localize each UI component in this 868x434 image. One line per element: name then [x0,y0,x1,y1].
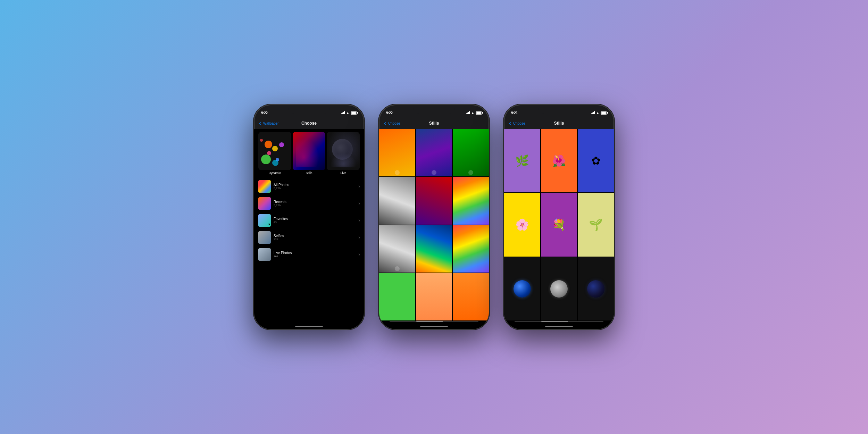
dark-mode-icon-6 [395,266,400,271]
flower-emoji-2: ✿ [591,154,601,167]
notch [288,105,330,114]
phone-stills-flowers: 9:21 ▲ Choose Stills 🌿 [503,104,615,330]
label-stills: Stills [293,170,326,177]
home-indicator-1 [254,323,364,329]
battery-icon [351,111,357,115]
nav-bar-1: Wallpaper Choose [254,117,364,129]
flower-cell-6[interactable] [504,257,540,320]
album-item-recents[interactable]: Recents 5,220 [254,195,364,212]
album-thumb-live [258,248,271,261]
flower-cell-5[interactable]: 🌱 [578,193,614,256]
album-item-favorites[interactable]: ♥ Favorites 43 [254,212,364,229]
wp-category-live[interactable]: Live [327,132,360,177]
flower-cell-7[interactable] [541,257,577,320]
nav-title-2: Stills [429,121,439,126]
stills-cell-6[interactable] [379,225,415,273]
battery-icon-2 [476,111,482,115]
stills-cell-8[interactable] [453,225,489,273]
album-name-recents: Recents [274,200,355,204]
time-1: 9:22 [261,111,268,115]
phone-choose: 9:22 ▲ Wallpaper Choose [253,104,365,330]
status-icons-3: ▲ [591,111,607,115]
back-button-1[interactable]: Wallpaper [260,122,279,125]
wifi-icon-2: ▲ [471,111,474,115]
album-list: All Photos 5,220 Recents 5,220 ♥ Favorit… [254,178,364,323]
album-name-selfies: Selfies [274,234,355,238]
album-name-live: Live Photos [274,251,355,255]
nav-title-3: Stills [554,121,564,126]
chevron-selfies [358,236,360,239]
wallpaper-preview-row: Dynamic Stills Live [254,129,364,178]
back-button-3[interactable]: Choose [510,122,525,125]
time-3: 9:21 [511,111,518,115]
chevron-all-photos [358,185,360,187]
stills-cell-10[interactable] [416,273,452,320]
flower-cell-4[interactable]: 💐 [541,193,577,256]
stills-cell-11[interactable] [453,273,489,320]
flower-grid: 🌿 🌺 ✿ 🌸 💐 [504,129,614,320]
scroll-indicator-3 [515,321,603,322]
wp-thumb-dynamic[interactable] [258,132,291,170]
flower-emoji-0: 🌿 [515,154,529,167]
album-count-favorites: 43 [274,221,355,224]
notch-3 [538,105,580,114]
album-count-recents: 5,220 [274,204,355,207]
status-icons-2: ▲ [466,111,482,115]
dark-mode-icon-0 [395,170,400,175]
nav-title-1: Choose [301,121,317,126]
album-thumb-all-photos [258,180,271,193]
wp-category-stills[interactable]: Stills [293,132,326,177]
back-arrow-1 [259,122,263,125]
chevron-favorites [358,219,360,222]
flower-cell-2[interactable]: ✿ [578,129,614,192]
stills-cell-9[interactable] [379,273,415,320]
stills-cell-4[interactable] [416,177,452,224]
time-2: 9:22 [386,111,393,115]
flower-emoji-3: 🌸 [515,218,529,231]
wp-thumb-stills[interactable] [293,132,326,170]
screen-3: 🌿 🌺 ✿ 🌸 💐 [504,129,614,323]
back-arrow-2 [384,122,388,125]
album-name-all-photos: All Photos [274,183,355,187]
flower-cell-8[interactable] [578,257,614,320]
chevron-recents [358,202,360,205]
earth-sphere [514,280,531,298]
stills-cell-1[interactable] [416,129,452,176]
battery-icon-3 [601,111,607,115]
album-thumb-selfies [258,231,271,244]
flower-cell-3[interactable]: 🌸 [504,193,540,256]
wp-thumb-live[interactable] [327,132,360,170]
back-arrow-3 [509,122,513,125]
screen-1: Dynamic Stills Live [254,129,364,323]
stills-cell-2[interactable] [453,129,489,176]
dark-mode-icon-1 [432,170,436,175]
album-thumb-recents [258,197,271,210]
stills-grid [379,129,489,320]
album-count-all-photos: 5,220 [274,187,355,190]
home-indicator-2 [379,323,489,329]
dark-mode-icon-2 [468,170,473,175]
flower-cell-0[interactable]: 🌿 [504,129,540,192]
phone-stills-dark: 9:22 ▲ Choose Stills [378,104,490,330]
back-button-2[interactable]: Choose [385,122,400,125]
nav-bar-3: Choose Stills [504,117,614,129]
flower-cell-1[interactable]: 🌺 [541,129,577,192]
flower-emoji-4: 💐 [552,218,566,231]
wp-category-dynamic[interactable]: Dynamic [258,132,291,177]
wifi-icon-3: ▲ [596,111,599,115]
moon-sphere [550,280,568,298]
scroll-indicator-2 [390,321,478,322]
stills-cell-0[interactable] [379,129,415,176]
album-item-live-photos[interactable]: Live Photos 161 [254,246,364,263]
stills-cell-5[interactable] [453,177,489,224]
album-item-selfies[interactable]: Selfies 229 [254,229,364,246]
signal-icon-2 [466,111,470,114]
stills-cell-7[interactable] [416,225,452,273]
status-icons-1: ▲ [341,111,357,115]
flower-emoji-5: 🌱 [589,218,603,231]
stills-cell-3[interactable] [379,177,415,224]
album-item-all-photos[interactable]: All Photos 5,220 [254,178,364,195]
signal-icon-3 [591,111,595,114]
album-thumb-favorites: ♥ [258,214,271,227]
wifi-icon: ▲ [346,111,349,115]
